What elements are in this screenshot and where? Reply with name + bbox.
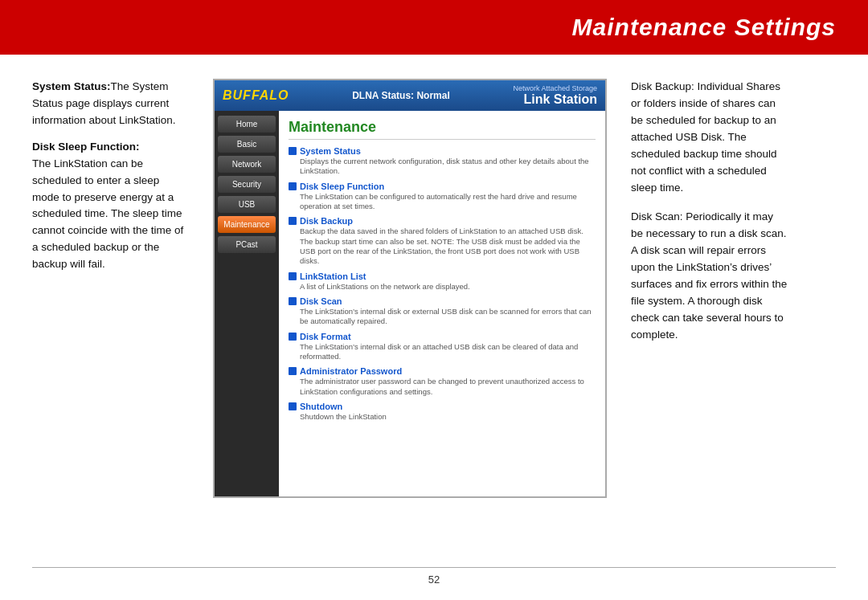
device-sidebar: Home Basic Network Security USB Maintena…: [215, 111, 279, 496]
center-column: BUFFALO DLNA Status: Normal Network Atta…: [205, 79, 615, 560]
device-link-item: System StatusDisplays the current networ…: [289, 146, 596, 177]
main-content: System Status:The System Status page dis…: [0, 55, 868, 576]
nav-maintenance[interactable]: Maintenance: [218, 216, 276, 233]
device-page-title: Maintenance: [289, 119, 596, 140]
link-title-text: Disk Sleep Function: [300, 182, 384, 191]
right-column: Disk Backup: Individual Shares or folder…: [631, 79, 788, 560]
page-title: Maintenance Settings: [572, 14, 836, 41]
link-title-text: Administrator Password: [300, 366, 402, 376]
link-title-text: Shutdown: [300, 402, 342, 411]
nav-security[interactable]: Security: [218, 176, 276, 193]
device-link-item: Disk BackupBackup the data saved in the …: [289, 216, 596, 266]
disk-sleep-text: The LinkStation can be scheduled to ente…: [32, 157, 183, 271]
device-link-desc: A list of LinkStations on the network ar…: [300, 282, 596, 292]
device-link-title[interactable]: Administrator Password: [289, 366, 596, 376]
left-column: System Status:The System Status page dis…: [32, 79, 189, 560]
nav-home[interactable]: Home: [218, 116, 276, 133]
link-icon: [289, 272, 297, 280]
device-link-item: Disk FormatThe LinkStation’s internal di…: [289, 332, 596, 362]
device-link-desc: The LinkStation can be configured to aut…: [300, 192, 596, 212]
device-links-container: System StatusDisplays the current networ…: [289, 146, 596, 422]
device-link-title[interactable]: Disk Sleep Function: [289, 182, 596, 191]
disk-scan-term: Disk Scan:: [631, 210, 683, 222]
nav-usb[interactable]: USB: [218, 196, 276, 213]
disk-sleep-term: Disk Sleep Function:: [32, 141, 140, 153]
bottom-bar: 52: [0, 567, 868, 586]
device-brand: Network Attached Storage Link Station: [513, 84, 597, 107]
device-link-desc: The LinkStation’s internal disk or exter…: [300, 307, 596, 327]
link-icon: [289, 182, 297, 190]
device-link-desc: Shutdown the LinkStation: [300, 412, 596, 422]
buffalo-logo: BUFFALO: [223, 88, 289, 103]
device-link-title[interactable]: Disk Backup: [289, 216, 596, 226]
dlna-status: DLNA Status: Normal: [352, 90, 450, 101]
link-title-text: LinkStation List: [300, 271, 366, 281]
link-icon: [289, 217, 297, 225]
linkstation-label: Link Station: [523, 92, 597, 106]
device-link-desc: The LinkStation’s internal disk or an at…: [300, 342, 596, 362]
device-link-title[interactable]: Disk Format: [289, 332, 596, 341]
nav-basic[interactable]: Basic: [218, 136, 276, 153]
disk-backup-para: Disk Backup: Individual Shares or folder…: [631, 79, 788, 196]
link-title-text: Disk Format: [300, 332, 351, 341]
link-icon: [289, 147, 297, 155]
disk-sleep-para: Disk Sleep Function: The LinkStation can…: [32, 139, 189, 273]
device-link-item: LinkStation ListA list of LinkStations o…: [289, 271, 596, 292]
nav-network[interactable]: Network: [218, 156, 276, 173]
device-link-item: Disk Sleep FunctionThe LinkStation can b…: [289, 182, 596, 212]
device-link-desc: The administrator user password can be c…: [300, 377, 596, 397]
link-icon: [289, 367, 297, 375]
link-icon: [289, 333, 297, 341]
device-link-item: Administrator PasswordThe administrator …: [289, 366, 596, 397]
device-link-title[interactable]: System Status: [289, 146, 596, 156]
disk-scan-text: Periodically it may be necessary to run …: [631, 210, 787, 340]
nav-pcast[interactable]: PCast: [218, 236, 276, 253]
device-link-item: Disk ScanThe LinkStation’s internal disk…: [289, 296, 596, 327]
header-bar: Maintenance Settings: [0, 0, 868, 55]
device-body: Home Basic Network Security USB Maintena…: [215, 111, 605, 496]
link-title-text: System Status: [300, 146, 361, 156]
system-status-term: System Status:: [32, 80, 111, 92]
device-topbar: BUFFALO DLNA Status: Normal Network Atta…: [215, 80, 605, 111]
device-link-title[interactable]: Disk Scan: [289, 296, 596, 306]
device-link-desc: Backup the data saved in the shared fold…: [300, 227, 596, 266]
device-main: Maintenance System StatusDisplays the cu…: [279, 111, 605, 496]
link-icon: [289, 402, 297, 410]
device-link-title[interactable]: Shutdown: [289, 402, 596, 411]
page-number: 52: [428, 573, 440, 586]
link-title-text: Disk Scan: [300, 296, 342, 306]
device-link-title[interactable]: LinkStation List: [289, 271, 596, 281]
disk-backup-term: Disk Backup:: [631, 80, 694, 92]
device-link-desc: Displays the current network configurati…: [300, 157, 596, 177]
system-status-para: System Status:The System Status page dis…: [32, 79, 189, 129]
device-link-item: ShutdownShutdown the LinkStation: [289, 402, 596, 422]
device-screenshot: BUFFALO DLNA Status: Normal Network Atta…: [213, 79, 607, 498]
bottom-divider: [32, 567, 836, 568]
link-title-text: Disk Backup: [300, 216, 353, 226]
disk-scan-para: Disk Scan: Periodically it may be necess…: [631, 209, 788, 343]
link-icon: [289, 297, 297, 305]
disk-backup-text: Individual Shares or folders inside of s…: [631, 80, 780, 194]
nas-label: Network Attached Storage: [513, 84, 597, 92]
